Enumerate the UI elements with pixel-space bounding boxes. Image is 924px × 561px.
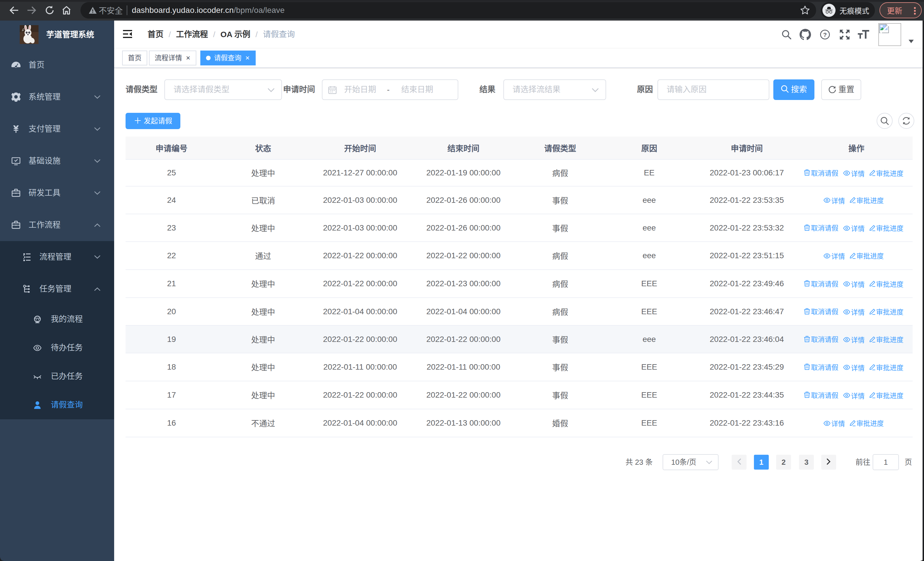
svg-text:?: ? <box>823 32 827 38</box>
